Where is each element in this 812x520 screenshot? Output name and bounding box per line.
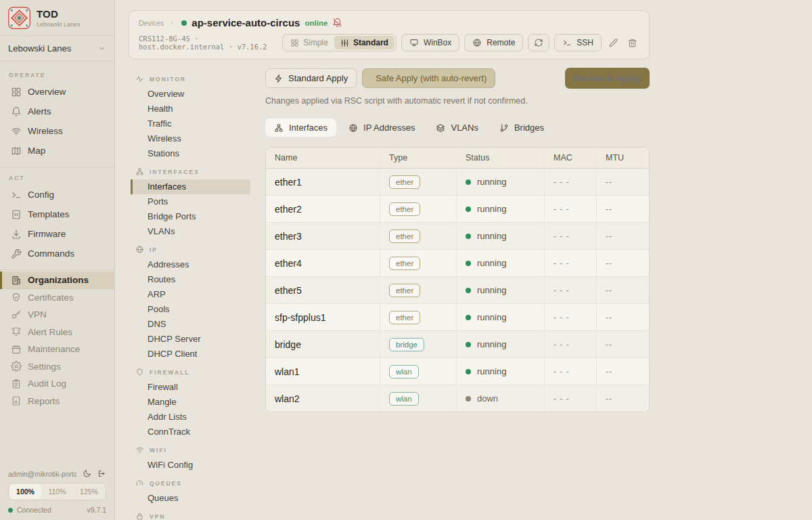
standard-apply-button[interactable]: Standard Apply — [265, 68, 357, 88]
ssh-button[interactable]: SSH — [554, 34, 602, 51]
interfaces-table: NameTypeStatusMACMTU ether1etherrunning-… — [265, 147, 650, 412]
sidebar-item-label: Commands — [28, 248, 74, 259]
sidebar-item-config[interactable]: Config — [0, 185, 114, 204]
table-row[interactable]: sfp-sfpplus1etherrunning- - --- — [266, 304, 649, 331]
sidebar-item-firmware[interactable]: Firmware — [0, 224, 114, 244]
secondary-item-addresses[interactable]: Addresses — [131, 257, 250, 272]
sidebar-item-organizations[interactable]: Organizations — [0, 272, 114, 289]
table-row[interactable]: ether3etherrunning- - --- — [266, 223, 649, 250]
status-label: running — [477, 285, 506, 295]
secondary-section-label: WIFI — [150, 447, 167, 454]
secondary-item-arp[interactable]: ARP — [131, 287, 250, 302]
sidebar-item-maintenance[interactable]: Maintenance — [0, 341, 114, 358]
tab-ip-addresses[interactable]: IP Addresses — [340, 118, 424, 137]
ui-zoom-option-125[interactable]: 125% — [73, 484, 105, 499]
sidebar-divider — [0, 167, 114, 167]
secondary-item-stations[interactable]: Stations — [131, 146, 250, 161]
secondary-item-health[interactable]: Health — [131, 102, 250, 116]
secondary-item-wifi-config[interactable]: WiFi Config — [131, 458, 250, 473]
shield-icon — [135, 368, 144, 376]
content-row: MONITOROverviewHealthTrafficWirelessStat… — [125, 68, 812, 520]
sidebar-item-commands[interactable]: Commands — [0, 244, 114, 263]
secondary-item-wireless[interactable]: Wireless — [131, 131, 250, 146]
layers-icon — [436, 123, 445, 133]
moon-icon[interactable] — [83, 469, 91, 478]
safe-apply-button[interactable]: Safe Apply (with auto-revert) — [362, 68, 495, 88]
account-row: admin@mikrotik-portal.dev — [8, 465, 106, 483]
sidebar-item-audit-log[interactable]: Audit Log — [0, 375, 114, 393]
refresh-button[interactable] — [528, 34, 549, 51]
tab-label: Bridges — [514, 123, 544, 133]
table-row[interactable]: bridgebridgerunning- - --- — [266, 331, 649, 358]
table-row[interactable]: wlan2wlandown- - --- — [266, 385, 649, 412]
app-title: TOD — [37, 8, 81, 20]
table-row[interactable]: ether2etherrunning- - --- — [266, 196, 649, 223]
secondary-item-ports[interactable]: Ports — [131, 194, 250, 209]
pencil-icon[interactable] — [606, 35, 621, 51]
status-label: running — [477, 339, 506, 349]
view-mode-simple[interactable]: Simple — [284, 36, 334, 49]
tab-vlans[interactable]: VLANs — [427, 118, 487, 137]
nav-section-label: ACT — [0, 169, 114, 185]
sidebar-item-vpn[interactable]: VPN — [0, 306, 114, 324]
review-apply-button[interactable]: Review & Apply — [565, 68, 650, 89]
status-dot — [466, 396, 471, 402]
table-row[interactable]: ether4etherrunning- - --- — [266, 250, 649, 277]
breadcrumb-devices-link[interactable]: Devices — [139, 19, 164, 27]
type-badge: ether — [389, 202, 420, 216]
org-selector[interactable]: Lebowski Lanes — [0, 35, 114, 62]
ui-zoom-option-100[interactable]: 100% — [9, 484, 41, 499]
logout-icon[interactable] — [97, 469, 106, 478]
tab-label: VLANs — [451, 123, 478, 133]
sidebar-item-label: Alert Rules — [28, 327, 72, 337]
secondary-item-pools[interactable]: Pools — [131, 302, 250, 317]
remote-button[interactable]: Remote — [464, 34, 523, 51]
secondary-item-conntrack[interactable]: ConnTrack — [131, 425, 250, 439]
secondary-item-interfaces[interactable]: Interfaces — [131, 179, 250, 194]
ui-zoom-option-110[interactable]: 110% — [41, 484, 73, 499]
table-header-row: NameTypeStatusMACMTU — [266, 148, 649, 169]
connected-dot — [8, 508, 13, 513]
table-row[interactable]: ether5etherrunning- - --- — [266, 277, 649, 304]
grid-icon — [11, 87, 22, 98]
mac-value: - - - — [544, 358, 596, 385]
secondary-item-vlans[interactable]: VLANs — [131, 224, 250, 239]
status-label: running — [477, 258, 506, 268]
trash-icon[interactable] — [625, 35, 639, 51]
sidebar-item-wireless[interactable]: Wireless — [0, 121, 114, 141]
secondary-item-queues[interactable]: Queues — [131, 491, 250, 506]
sidebar-item-alert-rules[interactable]: Alert Rules — [0, 324, 114, 341]
secondary-item-firewall[interactable]: Firewall — [131, 380, 250, 395]
bell-off-icon[interactable] — [332, 18, 342, 28]
sidebar-item-certificates[interactable]: Certificates — [0, 289, 114, 307]
secondary-item-dhcp-server[interactable]: DHCP Server — [131, 332, 250, 347]
sidebar-divider — [0, 269, 114, 270]
tab-interfaces[interactable]: Interfaces — [265, 118, 336, 137]
sidebar-item-alerts[interactable]: Alerts — [0, 102, 114, 121]
secondary-item-dhcp-client[interactable]: DHCP Client — [131, 347, 250, 362]
view-mode-standard[interactable]: Standard — [334, 36, 394, 49]
sidebar-item-reports[interactable]: Reports — [0, 393, 114, 410]
refresh-icon — [534, 38, 543, 47]
table-row[interactable]: ether1etherrunning- - --- — [266, 169, 649, 196]
secondary-item-bridge-ports[interactable]: Bridge Ports — [131, 209, 250, 224]
secondary-item-overview[interactable]: Overview — [131, 87, 250, 102]
status-dot — [466, 234, 471, 239]
secondary-item-mangle[interactable]: Mangle — [131, 395, 250, 410]
tab-bridges[interactable]: Bridges — [491, 118, 553, 137]
sidebar-item-label: VPN — [28, 309, 47, 320]
sidebar-item-templates[interactable]: Templates — [0, 204, 114, 224]
secondary-item-routes[interactable]: Routes — [131, 272, 250, 287]
table-row[interactable]: wlan1wlanrunning- - --- — [266, 358, 649, 385]
sidebar-item-map[interactable]: Map — [0, 141, 114, 160]
secondary-item-addr-lists[interactable]: Addr Lists — [131, 410, 250, 425]
building-icon — [11, 275, 22, 286]
secondary-item-traffic[interactable]: Traffic — [131, 116, 250, 131]
status-label: running — [477, 366, 506, 376]
sidebar-item-label: Alerts — [28, 106, 51, 116]
key-icon — [11, 309, 22, 320]
winbox-button[interactable]: WinBox — [401, 34, 459, 51]
sidebar-item-settings[interactable]: Settings — [0, 358, 114, 376]
secondary-item-dns[interactable]: DNS — [131, 317, 250, 332]
sidebar-item-overview[interactable]: Overview — [0, 82, 114, 102]
